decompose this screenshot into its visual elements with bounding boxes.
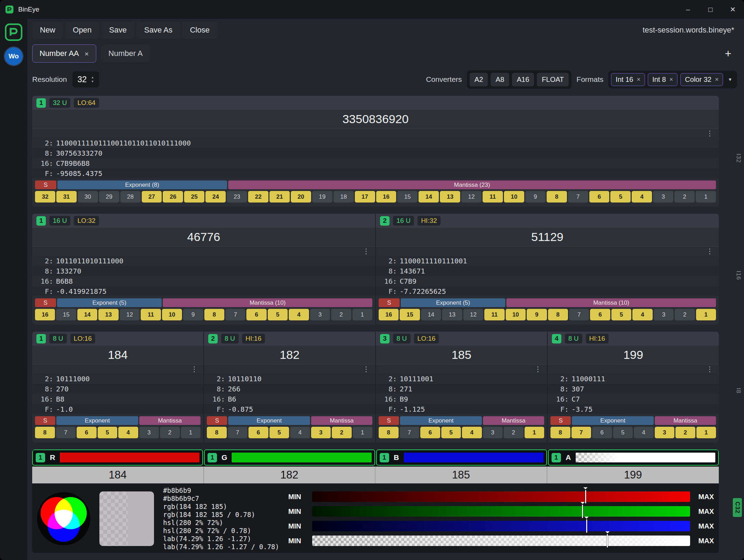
bit-cell[interactable]: 32	[35, 191, 55, 203]
bit-cell[interactable]: 3	[483, 427, 503, 438]
stepper-down-icon[interactable]: ▼	[91, 80, 94, 83]
bit-cell[interactable]: 29	[99, 191, 119, 203]
bit-cell[interactable]: 14	[421, 309, 441, 320]
bit-cell[interactable]: 8	[548, 309, 568, 320]
bit-cell[interactable]: 3	[311, 427, 331, 438]
bit-cell[interactable]: 18	[334, 191, 354, 203]
bit-cell[interactable]: 9	[527, 309, 547, 320]
cell-type-chip[interactable]: 8 U	[221, 334, 239, 343]
bit-cell[interactable]: 17	[355, 191, 375, 203]
bit-cell[interactable]: 23	[227, 191, 247, 203]
cell-type-chip[interactable]: 16 U	[393, 216, 414, 226]
bit-cell[interactable]: 6	[589, 191, 610, 203]
slider-track[interactable]	[312, 521, 690, 531]
cell-type-chip[interactable]: 8 U	[49, 334, 67, 343]
bit-cell[interactable]: 31	[56, 191, 77, 203]
bit-cell[interactable]: 10	[504, 191, 524, 203]
bit-cell[interactable]: 12	[120, 309, 140, 320]
bit-cell[interactable]: 12	[463, 309, 483, 320]
bit-cell[interactable]: 4	[289, 309, 309, 320]
bit-cell[interactable]: 1	[696, 309, 716, 320]
bit-cell[interactable]: 27	[142, 191, 162, 203]
bit-cell[interactable]: 9	[525, 191, 546, 203]
bit-cell[interactable]: 8	[550, 427, 570, 438]
bit-cell[interactable]: 10	[162, 309, 182, 320]
cell-type-chip[interactable]: 32 U	[49, 98, 70, 108]
close-button[interactable]: ✕	[722, 0, 744, 19]
kebab-menu-icon[interactable]: ⋮	[32, 129, 719, 138]
bit-cell[interactable]: 2	[674, 191, 695, 203]
bit-cell[interactable]: 7	[571, 427, 591, 438]
bit-cell[interactable]: 2	[332, 427, 352, 438]
bit-cell[interactable]: 2	[675, 309, 695, 320]
kebab-menu-icon[interactable]: ⋮	[204, 364, 375, 374]
bit-cell[interactable]: 7	[400, 427, 420, 438]
bit-cell[interactable]: 1	[352, 309, 372, 320]
bit-cell[interactable]: 13	[98, 309, 118, 320]
bit-cell[interactable]: 16	[379, 309, 399, 320]
bit-cell[interactable]: 30	[78, 191, 98, 203]
minimize-button[interactable]: –	[677, 0, 699, 19]
rail-label-i8[interactable]: I8	[735, 388, 742, 394]
tab[interactable]: Number AA ×	[32, 44, 96, 63]
menu-item[interactable]: Save	[101, 21, 134, 39]
bit-cell[interactable]: 6	[420, 427, 440, 438]
cell-type-chip[interactable]: 16 U	[49, 216, 70, 226]
converter-button[interactable]: A8	[491, 73, 509, 86]
bit-cell[interactable]: 5	[611, 309, 631, 320]
bit-cell[interactable]: 13	[440, 191, 460, 203]
bit-cell[interactable]: 4	[118, 427, 138, 438]
slider-track[interactable]	[312, 536, 690, 546]
rail-label-c32[interactable]: C32	[733, 498, 742, 517]
rail-label-i32[interactable]: I32	[735, 154, 742, 163]
cell-position-chip[interactable]: HI:32	[417, 216, 440, 226]
bit-cell[interactable]: 1	[525, 427, 545, 438]
bit-cell[interactable]: 8	[379, 427, 399, 438]
format-chip[interactable]: Int 8 ×	[648, 73, 678, 86]
slider-thumb[interactable]	[586, 519, 587, 533]
bit-cell[interactable]: 3	[654, 309, 674, 320]
bit-cell[interactable]: 5	[98, 427, 118, 438]
color-channel[interactable]: 1 B	[376, 449, 547, 466]
stepper-up-icon[interactable]: ▲	[91, 76, 94, 79]
bit-cell[interactable]: 6	[246, 309, 266, 320]
cell-position-chip[interactable]: LO:16	[70, 334, 96, 343]
bit-cell[interactable]: 4	[290, 427, 310, 438]
bit-cell[interactable]: 16	[376, 191, 396, 203]
format-remove-icon[interactable]: ×	[715, 76, 719, 83]
bit-cell[interactable]: 2	[504, 427, 524, 438]
app-logo-large-icon[interactable]	[5, 23, 23, 41]
bit-cell[interactable]: 8	[35, 427, 55, 438]
cell-position-chip[interactable]: HI:16	[242, 334, 265, 343]
converter-button[interactable]: A2	[470, 73, 488, 86]
formats-dropdown-icon[interactable]: ▾	[726, 76, 734, 83]
bit-cell[interactable]: 20	[291, 191, 311, 203]
cell-position-chip[interactable]: LO:64	[74, 98, 99, 108]
bit-cell[interactable]: 11	[483, 191, 503, 203]
bit-cell[interactable]: 2	[160, 427, 180, 438]
menu-item[interactable]: Save As	[136, 21, 180, 39]
stepper-arrows[interactable]: ▲ ▼	[91, 76, 94, 83]
slider-thumb[interactable]	[585, 490, 586, 503]
tab[interactable]: Number A	[101, 44, 150, 63]
slider-thumb[interactable]	[607, 534, 608, 547]
bit-cell[interactable]: 26	[163, 191, 183, 203]
kebab-menu-icon[interactable]: ⋮	[548, 364, 719, 374]
add-tab-button[interactable]: +	[719, 47, 737, 60]
bit-cell[interactable]: 4	[632, 309, 652, 320]
bit-cell[interactable]: 14	[77, 309, 97, 320]
bit-cell[interactable]: 5	[441, 427, 461, 438]
kebab-menu-icon[interactable]: ⋮	[32, 364, 203, 374]
converter-button[interactable]: A16	[512, 73, 534, 86]
bit-cell[interactable]: 15	[56, 309, 76, 320]
bit-cell[interactable]: 2	[675, 427, 695, 438]
bit-cell[interactable]: 13	[442, 309, 462, 320]
bit-cell[interactable]: 2	[331, 309, 351, 320]
bit-cell[interactable]: 7	[228, 427, 248, 438]
bit-cell[interactable]: 11	[484, 309, 504, 320]
cell-position-chip[interactable]: LO:16	[414, 334, 439, 343]
bit-cell[interactable]: 4	[462, 427, 482, 438]
converter-button[interactable]: FLOAT	[537, 73, 569, 86]
menu-item[interactable]: New	[32, 21, 63, 39]
bit-cell[interactable]: 3	[655, 427, 675, 438]
